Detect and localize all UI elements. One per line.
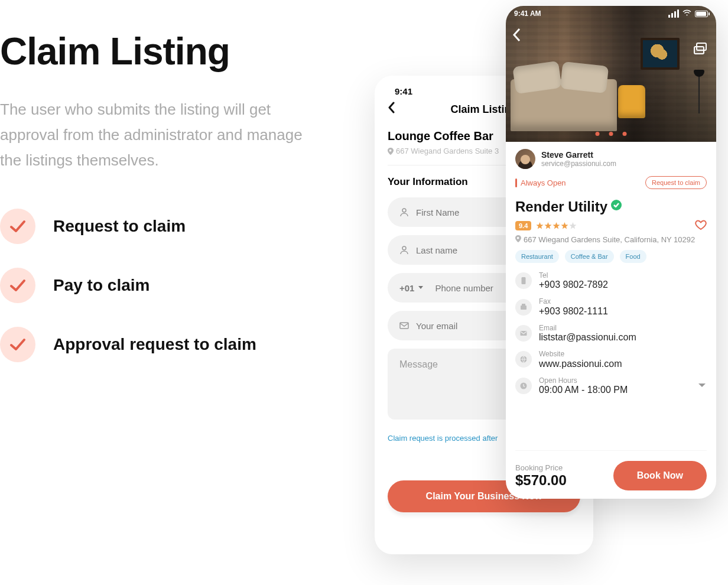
info-value: 09:00 AM - 18:00 PM (539, 385, 628, 395)
svg-rect-2 (400, 323, 408, 329)
globe-icon (515, 351, 532, 368)
open-status-text: Always Open (521, 178, 566, 187)
info-value: www.passionui.com (539, 359, 622, 369)
business-title: Render Utility (515, 199, 607, 215)
check-icon (0, 209, 35, 244)
owner-row[interactable]: Steve Garrett service@passionui.com (515, 149, 707, 169)
wifi-icon (682, 9, 691, 18)
phone-prefix-selector[interactable]: +01 (399, 283, 428, 293)
phone-mock-listing: 9:41 AM Steve Garrett servi (506, 6, 716, 499)
avatar (515, 149, 535, 169)
open-status: Always Open (515, 178, 566, 187)
info-label: Email (539, 324, 636, 332)
info-hours[interactable]: Open Hours 09:00 AM - 18:00 PM (515, 376, 707, 395)
owner-name: Steve Garrett (541, 150, 616, 160)
page-description: The user who submits the listing will ge… (0, 97, 319, 173)
tag-list: Restaurant Coffee & Bar Food (515, 250, 707, 263)
svg-rect-6 (522, 304, 525, 306)
favorite-button[interactable] (695, 220, 707, 233)
listing-address-text: 667 Wiegand Gardens Suite 3 (396, 147, 499, 155)
feature-item: Request to claim (0, 209, 319, 244)
message-placeholder: Message (399, 359, 438, 369)
info-fax[interactable]: Fax +903 9802-1111 (515, 297, 707, 316)
clock-icon (515, 378, 532, 394)
pin-icon (515, 235, 521, 242)
info-value: +903 9802-1111 (539, 306, 608, 317)
rating-stars (536, 222, 577, 230)
tag[interactable]: Food (620, 250, 646, 263)
feature-text: Pay to claim (53, 276, 150, 295)
check-icon (0, 268, 35, 303)
carousel-dots[interactable] (596, 132, 627, 136)
request-claim-button[interactable]: Request to claim (645, 176, 707, 189)
book-now-label: Book Now (637, 470, 683, 480)
info-email[interactable]: Email liststar@passionui.com (515, 324, 707, 343)
feature-item: Pay to claim (0, 268, 319, 303)
book-now-button[interactable]: Book Now (613, 461, 707, 490)
tag[interactable]: Coffee & Bar (565, 250, 614, 263)
owner-email: service@passionui.com (541, 160, 616, 168)
price-value: $570.00 (515, 472, 567, 489)
feature-item: Approval request to claim (0, 327, 319, 362)
back-icon[interactable] (512, 27, 521, 45)
feature-text: Request to claim (53, 217, 186, 236)
chevron-down-icon (418, 285, 424, 290)
check-icon (0, 327, 35, 362)
fax-icon (515, 299, 532, 316)
svg-point-0 (402, 209, 406, 212)
business-address: 667 Wiegand Gardens Suite, California, N… (515, 235, 707, 244)
info-label: Tel (539, 271, 608, 280)
status-time: 9:41 AM (514, 9, 541, 18)
svg-point-1 (402, 246, 406, 250)
user-icon (399, 207, 409, 217)
user-icon (399, 245, 409, 255)
dot[interactable] (609, 132, 613, 136)
verified-icon (611, 200, 622, 210)
svg-point-3 (687, 15, 688, 16)
feature-text: Approval request to claim (53, 335, 256, 354)
battery-icon (695, 11, 708, 17)
signal-icon (668, 9, 679, 18)
svg-rect-4 (522, 277, 526, 284)
mail-icon (399, 321, 409, 330)
listing-hero-image: 9:41 AM (506, 6, 716, 142)
phone-prefix-value: +01 (399, 283, 414, 293)
pin-icon (388, 148, 394, 155)
chevron-down-icon[interactable] (697, 381, 707, 391)
business-address-text: 667 Wiegand Gardens Suite, California, N… (524, 235, 695, 244)
info-label: Open Hours (539, 376, 628, 385)
status-icons (668, 9, 708, 18)
info-tel[interactable]: Tel +903 9802-7892 (515, 271, 707, 290)
tag[interactable]: Restaurant (515, 250, 559, 263)
gallery-icon[interactable] (694, 43, 709, 56)
price-label: Booking Price (515, 463, 567, 472)
page-title: Claim Listing (0, 30, 319, 73)
dot[interactable] (623, 132, 627, 136)
mail-icon (515, 325, 532, 342)
dot[interactable] (596, 132, 600, 136)
info-website[interactable]: Website www.passionui.com (515, 350, 707, 369)
info-label: Fax (539, 297, 608, 306)
feature-list: Request to claim Pay to claim Approval r… (0, 209, 319, 362)
info-value: liststar@passionui.com (539, 332, 636, 343)
svg-rect-5 (521, 306, 526, 310)
back-icon[interactable] (388, 102, 395, 117)
info-value: +903 9802-7892 (539, 280, 608, 290)
info-label: Website (539, 350, 622, 358)
phone-icon (515, 272, 532, 289)
rating-badge: 9.4 (515, 221, 531, 230)
